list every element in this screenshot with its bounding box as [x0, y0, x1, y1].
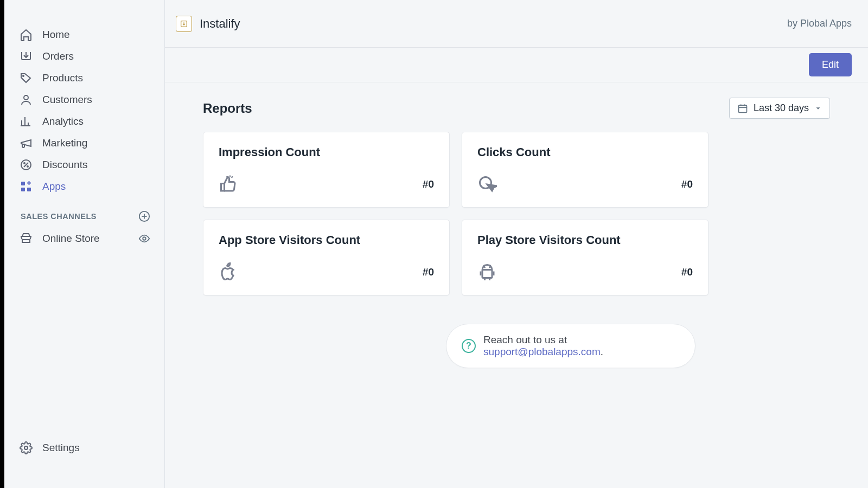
report-cards: Impression Count #0 Clicks Count #0 App … — [203, 132, 709, 296]
apple-icon — [219, 262, 238, 282]
svg-rect-25 — [482, 270, 492, 278]
card-app-store-visitors: App Store Visitors Count #0 — [203, 220, 450, 296]
sidebar: Home Orders Products Customers Analytics… — [4, 0, 165, 488]
orders-icon — [20, 50, 33, 63]
customers-icon — [20, 93, 33, 106]
analytics-icon — [20, 115, 33, 128]
svg-rect-20 — [738, 105, 746, 112]
nav-analytics-label: Analytics — [42, 115, 84, 127]
nav-apps[interactable]: Apps — [4, 176, 164, 197]
nav-customers[interactable]: Customers — [4, 89, 164, 111]
svg-point-2 — [24, 95, 28, 100]
nav-discounts[interactable]: Discounts — [4, 154, 164, 176]
channel-online-store[interactable]: Online Store — [4, 228, 164, 249]
app-logo — [176, 16, 192, 32]
app-title: Instalify — [200, 17, 240, 31]
nav-marketing-label: Marketing — [42, 137, 87, 149]
calendar-icon — [737, 103, 748, 114]
nav-products-label: Products — [42, 72, 83, 84]
support-suffix: . — [601, 346, 603, 357]
svg-point-18 — [24, 446, 28, 450]
nav-discounts-label: Discounts — [42, 159, 87, 171]
click-icon — [477, 175, 497, 194]
nav-home-label: Home — [42, 29, 70, 41]
support-email-link[interactable]: support@plobalapps.com — [483, 346, 601, 357]
topbar-left: Instalify — [176, 16, 240, 32]
android-icon — [477, 262, 497, 282]
date-range-label: Last 30 days — [754, 102, 809, 114]
channel-online-store-label: Online Store — [42, 233, 129, 245]
nav-settings[interactable]: Settings — [4, 437, 165, 459]
svg-rect-12 — [21, 188, 25, 191]
nav-marketing[interactable]: Marketing — [4, 132, 164, 154]
card-value: #0 — [681, 178, 693, 190]
card-value: #0 — [423, 266, 434, 278]
svg-point-17 — [143, 237, 146, 240]
thumbs-up-icon — [219, 175, 238, 194]
card-title: App Store Visitors Count — [219, 233, 434, 247]
svg-rect-13 — [27, 188, 31, 191]
nav-apps-label: Apps — [42, 181, 66, 192]
card-value: #0 — [681, 266, 693, 278]
help-icon: ? — [462, 339, 476, 353]
nav-settings-label: Settings — [42, 442, 80, 454]
card-title: Impression Count — [219, 145, 434, 159]
edit-button[interactable]: Edit — [809, 53, 852, 76]
sales-channels-label: SALES CHANNELS — [21, 212, 97, 221]
svg-line-28 — [484, 265, 485, 267]
content: Reports Last 30 days Impression Count #0… — [165, 82, 868, 368]
card-value: #0 — [423, 178, 434, 190]
settings-icon — [20, 441, 33, 454]
date-range-picker[interactable]: Last 30 days — [729, 98, 830, 119]
editbar: Edit — [165, 48, 868, 82]
discounts-icon — [20, 158, 33, 171]
app-byline: by Plobal Apps — [787, 18, 852, 29]
nav-orders-label: Orders — [42, 50, 74, 62]
nav-products[interactable]: Products — [4, 67, 164, 89]
main-content: Instalify by Plobal Apps Edit Reports La… — [165, 0, 868, 461]
svg-point-9 — [24, 163, 25, 164]
support-text: Reach out to us at support@plobalapps.co… — [483, 334, 680, 358]
nav-orders[interactable]: Orders — [4, 46, 164, 67]
chevron-down-icon — [814, 105, 822, 112]
reports-header: Reports Last 30 days — [203, 98, 830, 119]
add-channel-icon[interactable] — [138, 210, 150, 222]
home-icon — [20, 28, 33, 41]
nav-analytics[interactable]: Analytics — [4, 111, 164, 132]
svg-point-10 — [27, 166, 28, 167]
support-banner: ? Reach out to us at support@plobalapps.… — [446, 324, 695, 368]
products-icon — [20, 72, 33, 85]
svg-rect-11 — [21, 182, 25, 185]
apps-icon — [20, 180, 33, 193]
app-logo-icon — [180, 20, 188, 28]
nav-customers-label: Customers — [42, 94, 92, 106]
nav-home[interactable]: Home — [4, 24, 164, 46]
card-clicks-count: Clicks Count #0 — [462, 132, 709, 208]
marketing-icon — [20, 137, 33, 150]
card-title: Clicks Count — [477, 145, 693, 159]
reports-title: Reports — [203, 101, 252, 116]
svg-line-29 — [490, 265, 491, 267]
topbar: Instalify by Plobal Apps — [165, 0, 868, 48]
sales-channels-header: SALES CHANNELS — [4, 197, 164, 228]
card-impression-count: Impression Count #0 — [203, 132, 450, 208]
svg-point-1 — [23, 75, 24, 76]
card-play-store-visitors: Play Store Visitors Count #0 — [462, 220, 709, 296]
view-store-icon[interactable] — [138, 233, 150, 245]
support-prefix: Reach out to us at — [483, 334, 567, 345]
card-title: Play Store Visitors Count — [477, 233, 693, 247]
online-store-icon — [20, 232, 33, 245]
window-edge — [0, 0, 4, 488]
